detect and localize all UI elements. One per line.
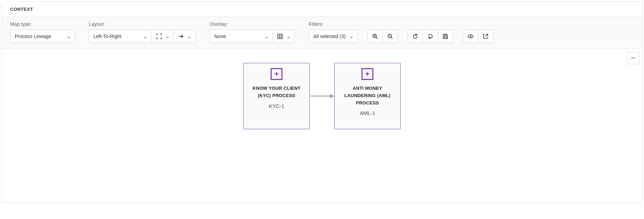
- map-type-select[interactable]: Process Lineage: [10, 30, 75, 43]
- undo-button[interactable]: [423, 30, 438, 43]
- direction-button[interactable]: [174, 30, 196, 43]
- zoom-out-icon: [387, 33, 393, 39]
- overlay-label: Overlay:: [210, 21, 295, 27]
- overlay-select[interactable]: None: [210, 30, 273, 43]
- chevron-down-icon: [350, 35, 353, 38]
- toolbar: Map type: Process Lineage Layout: Left-T…: [2, 17, 642, 49]
- layout-label: Layout:: [89, 21, 196, 27]
- undo-icon: [427, 33, 434, 39]
- chevron-down-icon: [287, 35, 290, 38]
- refresh-icon: [412, 33, 418, 39]
- expand-node-icon[interactable]: +: [362, 68, 373, 80]
- svg-rect-3: [444, 34, 446, 36]
- chevron-down-icon: [265, 35, 268, 38]
- refresh-button[interactable]: [408, 30, 423, 43]
- arrow-right-icon: [310, 93, 334, 100]
- zoom-in-icon: [372, 33, 378, 39]
- filters-select[interactable]: All selected (3): [309, 30, 358, 43]
- layout-group: Layout: Left-To-Right: [89, 21, 196, 43]
- overlay-group: Overlay: None: [210, 21, 295, 43]
- external-link-icon: [482, 33, 489, 39]
- chevron-down-icon: [188, 35, 191, 38]
- eye-icon: [467, 33, 474, 39]
- svg-rect-0: [278, 34, 282, 39]
- map-type-value: Process Lineage: [15, 34, 51, 39]
- visibility-button[interactable]: [463, 30, 478, 43]
- minus-icon: −: [631, 54, 636, 62]
- fit-screen-icon: [156, 33, 162, 39]
- layout-value: Left-To-Right: [93, 34, 121, 39]
- collapse-button[interactable]: −: [627, 52, 639, 64]
- chevron-down-icon: [144, 35, 147, 38]
- layout-select[interactable]: Left-To-Right: [89, 30, 152, 43]
- diagram-canvas[interactable]: − + KNOW YOUR CLIENT (KYC) PROCESS KYC-1…: [2, 49, 642, 203]
- context-panel: CONTEXT Map type: Process Lineage Layout…: [1, 1, 643, 203]
- svg-marker-7: [330, 94, 334, 98]
- map-type-label: Map type:: [10, 21, 75, 27]
- filters-value: All selected (3): [313, 34, 346, 39]
- overlay-value: None: [214, 34, 226, 39]
- process-node[interactable]: + KNOW YOUR CLIENT (KYC) PROCESS KYC-1: [243, 63, 310, 129]
- fit-to-screen-button[interactable]: [152, 30, 174, 43]
- save-button[interactable]: [438, 30, 453, 43]
- zoom-out-button[interactable]: [383, 30, 398, 43]
- filters-group: Filters: All selected (3): [309, 21, 634, 43]
- chevron-down-icon: [67, 35, 70, 38]
- node-code: AML-1: [338, 110, 397, 116]
- expand-node-icon[interactable]: +: [271, 68, 282, 80]
- node-code: KYC-1: [247, 103, 306, 109]
- save-icon: [442, 33, 449, 39]
- grid-button[interactable]: [273, 30, 295, 43]
- process-node[interactable]: + ANTI MONEY LAUNDERING (AML) PROCESS AM…: [334, 63, 401, 129]
- svg-point-5: [470, 36, 471, 37]
- filters-label: Filters:: [309, 21, 634, 27]
- map-type-group: Map type: Process Lineage: [10, 21, 75, 43]
- diagram: + KNOW YOUR CLIENT (KYC) PROCESS KYC-1 +…: [2, 63, 642, 129]
- zoom-in-button[interactable]: [367, 30, 383, 43]
- arrow-right-icon: [178, 33, 184, 39]
- chevron-down-icon: [166, 35, 169, 38]
- edge: [310, 63, 334, 129]
- grid-icon: [277, 33, 283, 39]
- open-external-button[interactable]: [478, 30, 493, 43]
- panel-title: CONTEXT: [2, 2, 642, 17]
- node-title: KNOW YOUR CLIENT (KYC) PROCESS: [247, 85, 306, 100]
- node-title: ANTI MONEY LAUNDERING (AML) PROCESS: [338, 85, 397, 107]
